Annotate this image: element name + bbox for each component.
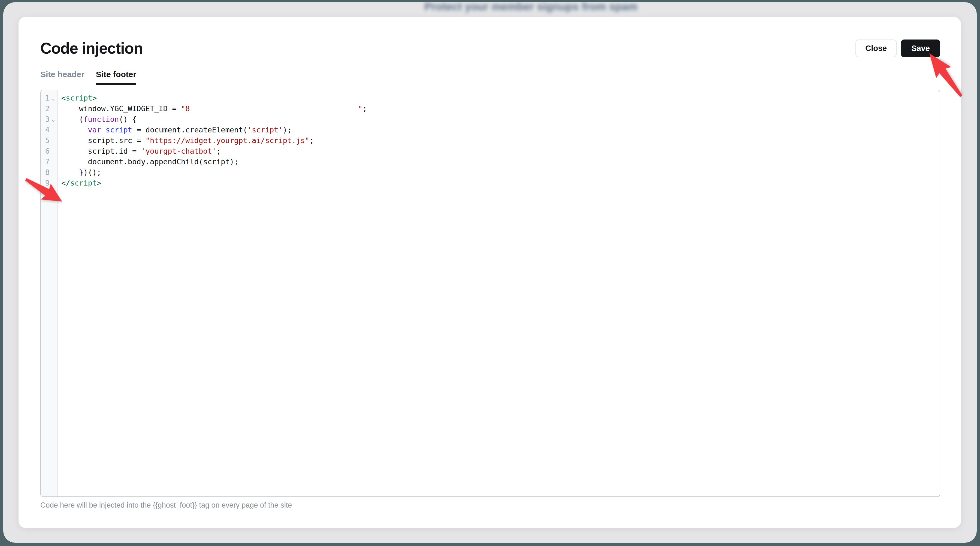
gutter-line: 9 xyxy=(41,178,57,188)
screen: { "page": { "background_text": "Protect … xyxy=(0,0,980,546)
line-number: 6 xyxy=(41,147,49,155)
modal-header: Code injection Close Save xyxy=(40,17,940,57)
code-line-5[interactable]: script.src = "https://widget.yourgpt.ai/… xyxy=(61,135,940,146)
gutter-line: 8 xyxy=(41,167,57,178)
gutter-line: 7 xyxy=(41,156,57,167)
line-number: 4 xyxy=(41,125,49,134)
page-title: Code injection xyxy=(40,39,143,57)
code-line-8[interactable]: })(); xyxy=(61,167,940,178)
line-number-gutter: 1⌄23⌄456789 xyxy=(41,90,57,497)
tab-site-header[interactable]: Site header xyxy=(40,70,84,85)
gutter-line: 2 xyxy=(41,103,57,114)
app-window: Protect your member signups from spam Co… xyxy=(3,2,977,543)
tab-site-footer[interactable]: Site footer xyxy=(96,70,136,85)
code-editor[interactable]: 1⌄23⌄456789 <script> window.YGC_WIDGET_I… xyxy=(40,90,940,497)
fold-chevron-icon[interactable]: ⌄ xyxy=(49,116,57,122)
code-line-9[interactable]: </script> xyxy=(61,178,940,188)
gutter-line: 3⌄ xyxy=(41,114,57,124)
line-number: 8 xyxy=(41,168,49,176)
code-line-4[interactable]: var script = document.createElement('scr… xyxy=(61,124,940,135)
code-line-1[interactable]: <script> xyxy=(61,93,940,103)
close-button[interactable]: Close xyxy=(856,40,897,57)
save-button[interactable]: Save xyxy=(901,40,940,57)
line-number: 2 xyxy=(41,104,49,113)
code-injection-modal: Code injection Close Save Site headerSit… xyxy=(19,17,961,528)
code-line-7[interactable]: document.body.appendChild(script); xyxy=(61,156,940,167)
fold-chevron-icon[interactable]: ⌄ xyxy=(49,95,57,102)
gutter-line: 1⌄ xyxy=(41,93,57,103)
line-number: 3 xyxy=(41,115,49,124)
line-number: 7 xyxy=(41,157,49,166)
code-line-6[interactable]: script.id = 'yourgpt-chatbot'; xyxy=(61,146,940,156)
code-lines[interactable]: <script> window.YGC_WIDGET_ID = "8 "; (f… xyxy=(57,90,940,497)
background-page-text: Protect your member signups from spam xyxy=(424,2,638,13)
gutter-line: 6 xyxy=(41,146,57,156)
line-number: 1 xyxy=(41,94,49,102)
line-number: 9 xyxy=(41,179,49,187)
code-line-2[interactable]: window.YGC_WIDGET_ID = "8 "; xyxy=(61,103,940,114)
code-line-3[interactable]: (function() { xyxy=(61,114,940,124)
footer-note: Code here will be injected into the {{gh… xyxy=(40,501,940,509)
header-buttons: Close Save xyxy=(856,40,940,57)
line-number: 5 xyxy=(41,136,49,144)
gutter-line: 4 xyxy=(41,124,57,135)
gutter-line: 5 xyxy=(41,135,57,146)
tabs: Site headerSite footer xyxy=(40,70,940,84)
